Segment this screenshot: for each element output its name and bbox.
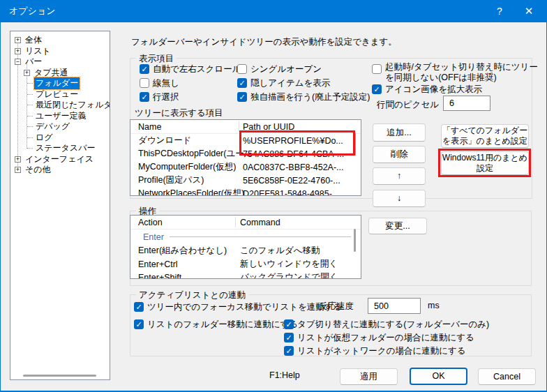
checkbox-checked-icon: ✓ [134, 302, 144, 312]
sidebar-item-interface[interactable]: +インターフェイス [10, 154, 110, 165]
checkbox-network-sync[interactable]: ✓ リストがネットワークの場合に連動にする [284, 346, 466, 356]
checkbox-checked-icon: ✓ [134, 319, 144, 329]
checkbox-unchecked-icon [372, 64, 382, 74]
column-action[interactable]: Action [138, 218, 163, 227]
sidebar-item-preview[interactable]: プレビュー [10, 89, 110, 100]
collapse-icon[interactable]: − [15, 59, 21, 65]
row-pixel-label: 行間のピクセル [377, 99, 439, 111]
table-row[interactable]: Enter+Shift バックグラウンドで開く [130, 271, 361, 279]
help-hint: F1:Help [269, 370, 300, 380]
checkbox-checked-icon: ✓ [284, 319, 294, 329]
expand-icon[interactable]: + [15, 48, 21, 54]
checkbox-unchecked-icon [237, 64, 247, 74]
sidebar-item-statusbar[interactable]: ステータスバー [10, 143, 110, 154]
ok-button[interactable]: OK [410, 368, 467, 385]
speed-unit: ms [428, 301, 440, 310]
checkbox-checked-icon: ✓ [284, 333, 294, 342]
expand-icon[interactable]: + [15, 167, 21, 173]
checkbox-no-lines[interactable]: 線無し [140, 78, 179, 89]
speed-input[interactable] [368, 298, 421, 314]
group-title: 表示項目 [136, 53, 177, 65]
vertical-scrollbar[interactable] [354, 229, 356, 252]
checkbox-checked-icon: ✓ [140, 64, 149, 74]
sidebar-item-debug[interactable]: デバッグ [10, 121, 110, 133]
column-separator [235, 217, 236, 227]
add-button[interactable]: 追加... [373, 123, 426, 142]
tree-stub [27, 105, 33, 105]
list-item[interactable]: Profile(固定パス) 5E6C858F-0E22-4760-... [130, 174, 361, 187]
checkbox-show-hidden[interactable]: ✓ 隠しアイテムを表示 [237, 78, 330, 89]
checkbox-checked-icon: ✓ [237, 78, 247, 88]
checkbox-tab-switch-sync[interactable]: ✓ タブ切り替えに連動にする(フォルダーバーのみ) [284, 319, 489, 330]
page-description: フォルダーバーやインサイドツリーの表示や動作を設定できます。 [131, 36, 397, 48]
sidebar-item-user-defined[interactable]: ユーザー定義 [10, 111, 110, 122]
tree-stub [27, 137, 33, 138]
down-arrow-icon: ↓ [397, 193, 401, 204]
row-pixel-input[interactable] [443, 96, 490, 111]
titlebar: オプション [0, 0, 547, 22]
checkbox-single-open[interactable]: シングルオープン [237, 64, 322, 75]
tree-stub [27, 148, 33, 149]
checkbox-checked-icon: ✓ [237, 92, 247, 102]
tree-stub [27, 83, 33, 84]
horizontal-scrollbar[interactable] [23, 375, 96, 377]
annotation-box-userprofile-path [239, 130, 355, 156]
column-name[interactable]: Name [138, 122, 161, 132]
expand-icon[interactable]: + [24, 70, 30, 76]
list-item[interactable]: MyComputerFolder(仮想) 0AC0837C-BBF8-452A-… [130, 160, 361, 174]
up-arrow-icon: ↑ [397, 171, 401, 181]
sidebar-item-log[interactable]: ログ [10, 133, 110, 144]
column-command[interactable]: Command [240, 218, 280, 227]
expand-icon[interactable]: + [15, 37, 21, 43]
table-row[interactable]: Enter(組み合わせなし) このフォルダへ移動 [130, 244, 361, 257]
checkbox-virtual-folder-sync[interactable]: ✓ リストが仮想フォルダーの場合に連動にする [284, 333, 474, 343]
window-title: オプション [9, 5, 56, 17]
action-table: Action Command Enter Enter(組み合わせなし) このフォ… [130, 215, 361, 279]
expand-icon[interactable]: + [15, 156, 21, 163]
delete-button[interactable]: 削除 [373, 146, 426, 163]
checkbox-enlarge-icons[interactable]: ✓ アイコン画像を拡大表示 [372, 84, 482, 95]
checkbox-checked-icon: ✓ [140, 92, 149, 102]
close-button[interactable]: ✕ [515, 0, 543, 22]
table-row[interactable]: Enter+Ctrl 新しいウィンドウを開く [130, 257, 361, 271]
tree-stub [27, 94, 33, 95]
checkbox-folder-move-sync[interactable]: ✓ リストのフォルダー移動に連動にする [134, 319, 298, 330]
help-button[interactable]: ? [486, 0, 514, 22]
move-up-button[interactable]: ↑ [373, 167, 426, 185]
list-item[interactable]: NetworkPlacesFolder(仮想) D20EF581-5848-49… [130, 187, 361, 196]
tree-stub [27, 126, 33, 127]
sidebar-item-tab-common[interactable]: +タブ共通 [10, 68, 110, 79]
change-button[interactable]: 変更... [368, 218, 427, 234]
close-icon: ✕ [525, 5, 534, 17]
move-down-button[interactable]: ↓ [373, 190, 426, 207]
sidebar-item-all[interactable]: +全体 [10, 35, 110, 46]
settings-category-tree: +全体 +リスト −バー +タブ共通 フォルダー プレビュー 最近閉じたフォルダ… [10, 31, 110, 380]
checkbox-row-select[interactable]: ✓ 行選択 [140, 92, 179, 103]
sidebar-item-folder[interactable]: フォルダー [10, 78, 110, 89]
checkbox-focus-sync[interactable]: ✓ ツリー内でのフォーカス移動でリストを連動する [134, 302, 342, 312]
group-divider-line [170, 236, 351, 237]
sidebar-item-bar[interactable]: −バー [10, 56, 110, 68]
apply-button[interactable]: 適用 [340, 368, 398, 385]
sidebar-item-others[interactable]: +その他 [10, 165, 110, 176]
table-header[interactable]: Action Command [130, 216, 361, 229]
tree-items-label: ツリーに表示する項目 [135, 107, 223, 119]
help-icon: ? [497, 6, 502, 17]
show-all-folders-preset-button[interactable]: 「すべてのフォルダーを表示」のまとめ設定 [441, 124, 529, 148]
checkbox-custom-draw[interactable]: ✓ 独自描画を行う(廃止予定設定) [237, 92, 370, 103]
checkbox-checked-icon: ✓ [372, 84, 382, 94]
speed-label: 反応速度 [319, 301, 354, 312]
checkbox-checked-icon: ✓ [284, 346, 294, 356]
group-title: アクティブリストとの連動 [136, 289, 248, 301]
sidebar-item-recent-folders[interactable]: 最近閉じたフォルダー [10, 100, 110, 111]
cancel-button[interactable]: Cancel [478, 368, 536, 385]
annotation-box-windows11-preset [438, 149, 531, 177]
tree-stub [27, 116, 33, 116]
checkbox-auto-scroll[interactable]: ✓ 自動で左右スクロール [140, 64, 241, 75]
sidebar-item-list[interactable]: +リスト [10, 46, 110, 57]
table-group-row: Enter [130, 229, 361, 244]
checkbox-no-tree-sync[interactable]: 起動時/タブセット切り替え時にツリーを同期しない(OFFは非推奨) [372, 62, 540, 83]
checkbox-unchecked-icon [140, 78, 149, 88]
